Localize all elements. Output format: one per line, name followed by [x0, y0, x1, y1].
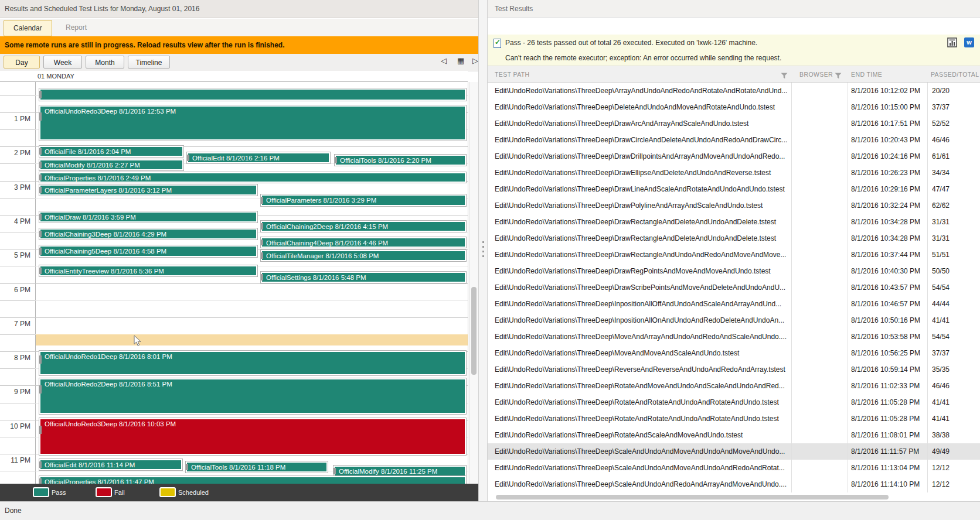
previous-arrow-icon[interactable]: ◁ [441, 56, 447, 65]
time-label: 11 PM [0, 456, 30, 464]
calendar-vertical-scrollbar[interactable] [469, 82, 478, 484]
calendar-event[interactable]: OfficialUndoRedo1Deep 8/1/2016 8:01 PM [39, 350, 467, 376]
test-row[interactable]: Edit\UndoRedo\Variations\ThreeDeep\Array… [488, 83, 980, 99]
cell-passed-total: 54/54 [932, 329, 975, 345]
test-row[interactable]: Edit\UndoRedo\Variations\ThreeDeep\DrawE… [488, 165, 980, 181]
calendar-event[interactable]: OfficialTools 8/1/2016 2:20 PM [334, 154, 467, 166]
view-button-month[interactable]: Month [86, 56, 124, 69]
filter-funnel-icon[interactable] [781, 71, 788, 81]
next-arrow-icon[interactable]: ▷ [472, 56, 478, 65]
gutter-tick [0, 198, 35, 199]
calendar-event[interactable]: OfficialTools 8/1/2016 11:18 PM [185, 461, 328, 473]
view-button-week[interactable]: Week [43, 56, 82, 69]
calendar-event[interactable]: OfficialChaining2Deep 8/1/2016 4:15 PM [260, 220, 467, 232]
view-button-timeline[interactable]: Timeline [128, 56, 170, 69]
cell-end-time: 8/1/2016 10:24:16 PM [851, 148, 925, 165]
cell-path: Edit\UndoRedo\Variations\ThreeDeep\Rotat… [495, 410, 788, 427]
gutter-tick [0, 403, 35, 403]
calendar-event[interactable]: OfficialParameterLayers 8/1/2016 3:12 PM [39, 184, 258, 196]
calendar-event[interactable]: OfficialSettings 8/1/2016 5:48 PM [260, 271, 467, 283]
legend-label: Scheduled [178, 484, 209, 501]
cell-end-time: 8/1/2016 10:34:28 PM [851, 214, 925, 230]
test-row[interactable]: Edit\UndoRedo\Variations\ThreeDeep\Rotat… [488, 410, 980, 427]
test-row[interactable]: Edit\UndoRedo\Variations\ThreeDeep\Rotat… [488, 394, 980, 410]
cell-passed-total: 37/37 [932, 345, 975, 361]
calendar-event[interactable]: OfficialChaining3Deep 8/1/2016 4:29 PM [39, 228, 258, 240]
test-row[interactable]: Edit\UndoRedo\Variations\ThreeDeep\Scale… [488, 460, 980, 476]
cell-passed-total: 52/52 [932, 115, 975, 132]
calendar-panel: Results and Scheduled Test Lists for Mon… [0, 0, 478, 501]
calendar-event[interactable]: OfficialProperties 8/1/2016 11:47 PM [39, 475, 467, 484]
cell-passed-total: 62/62 [932, 197, 975, 214]
cell-end-time: 8/1/2016 10:59:14 PM [851, 361, 925, 378]
view-button-day[interactable]: Day [4, 56, 40, 69]
calendar-event[interactable]: OfficialEdit 8/1/2016 2:16 PM [186, 152, 331, 164]
test-row[interactable]: Edit\UndoRedo\Variations\ThreeDeep\MoveA… [488, 345, 980, 361]
calendar-event[interactable]: OfficialProperties 8/1/2016 2:49 PM [39, 172, 467, 183]
panel-splitter[interactable] [478, 0, 488, 501]
calendar-event[interactable]: OfficialEntityTreeview 8/1/2016 5:36 PM [39, 265, 258, 277]
test-row[interactable]: Edit\UndoRedo\Variations\ThreeDeep\DrawC… [488, 132, 980, 148]
test-row[interactable]: Edit\UndoRedo\Variations\ThreeDeep\DrawR… [488, 214, 980, 230]
column-header-passed-total[interactable]: PASSED/TOTAL [931, 66, 979, 83]
hovered-time-slot[interactable] [36, 334, 468, 345]
calendar-event[interactable]: OfficialUndoRedo3Deep 8/1/2016 12:53 PM [39, 105, 467, 141]
test-row[interactable]: Edit\UndoRedo\Variations\ThreeDeep\Scale… [488, 443, 980, 460]
test-row[interactable]: Edit\UndoRedo\Variations\ThreeDeep\Inpos… [488, 312, 980, 329]
test-row[interactable]: Edit\UndoRedo\Variations\ThreeDeep\Rotat… [488, 378, 980, 394]
cell-end-time: 8/1/2016 10:34:28 PM [851, 230, 925, 247]
tab-calendar[interactable]: Calendar [4, 20, 52, 36]
column-header-test-path[interactable]: TEST PATH [495, 66, 530, 83]
test-row[interactable]: Edit\UndoRedo\Variations\ThreeDeep\DrawP… [488, 197, 980, 214]
test-row[interactable]: Edit\UndoRedo\Variations\ThreeDeep\DrawR… [488, 247, 980, 263]
test-row[interactable]: Edit\UndoRedo\Variations\ThreeDeep\DrawS… [488, 279, 980, 296]
executor-warning-text: Can't reach the remote executor; excepti… [505, 54, 781, 62]
cell-path: Edit\UndoRedo\Variations\ThreeDeep\DrawE… [495, 165, 788, 181]
cell-passed-total: 20/20 [932, 83, 975, 99]
calendar-event[interactable]: OfficialModify 8/1/2016 2:27 PM [39, 159, 184, 171]
column-header-browser[interactable]: BROWSER [799, 66, 833, 83]
test-row[interactable]: Edit\UndoRedo\Variations\ThreeDeep\DrawL… [488, 181, 980, 197]
calendar-event[interactable]: OfficialEdit 8/1/2016 11:14 PM [39, 459, 183, 471]
column-header-end-time[interactable]: END TIME [851, 66, 882, 83]
tab-report[interactable]: Report [56, 20, 96, 35]
calendar-event[interactable]: OfficialChaining5Deep 8/1/2016 4:58 PM [39, 245, 258, 258]
calendar-event[interactable]: OfficialFile 8/1/2016 2:04 PM [39, 145, 184, 158]
word-export-icon[interactable]: w [964, 37, 974, 47]
scrollbar-thumb[interactable] [471, 287, 477, 375]
time-label: 1 PM [0, 115, 30, 123]
report-chart-icon[interactable] [947, 37, 957, 50]
app-window: Results and Scheduled Test Lists for Mon… [0, 0, 980, 520]
test-row[interactable]: Edit\UndoRedo\Variations\ThreeDeep\DrawA… [488, 115, 980, 132]
calendar-grid-icon[interactable]: ▦ [457, 56, 464, 65]
calendar-event[interactable] [39, 88, 467, 101]
time-label: 8 PM [0, 354, 30, 362]
calendar-event[interactable]: OfficialParameters 8/1/2016 3:29 PM [260, 194, 467, 207]
filter-funnel-icon[interactable] [835, 71, 842, 81]
test-row[interactable]: Edit\UndoRedo\Variations\ThreeDeep\Scale… [488, 476, 980, 492]
cell-passed-total: 41/41 [932, 394, 975, 410]
results-tab-label: OfficialUndoRedo3Deep Tests [493, 20, 512, 35]
test-row[interactable]: Edit\UndoRedo\Variations\ThreeDeep\MoveA… [488, 329, 980, 345]
results-panel-title: Test Results [488, 0, 980, 18]
calendar-event[interactable]: OfficialUndoRedo3Deep 8/1/2016 10:03 PM [39, 418, 467, 456]
test-row[interactable]: Edit\UndoRedo\Variations\ThreeDeep\Delet… [488, 99, 980, 115]
test-row[interactable]: Edit\UndoRedo\Variations\ThreeDeep\DrawR… [488, 263, 980, 279]
results-horizontal-scrollbar[interactable] [496, 495, 889, 500]
test-row[interactable]: Edit\UndoRedo\Variations\ThreeDeep\Inpos… [488, 296, 980, 312]
test-row[interactable]: Edit\UndoRedo\Variations\ThreeDeep\Rever… [488, 361, 980, 378]
legend-swatch-scheduled [159, 487, 176, 497]
legend-label: Pass [52, 484, 66, 501]
results-table-header: TEST PATHBROWSEREND TIMEPASSED/TOTAL [488, 66, 980, 83]
test-row[interactable]: Edit\UndoRedo\Variations\ThreeDeep\Rotat… [488, 427, 980, 443]
gutter-tick [0, 334, 35, 335]
calendar-event[interactable]: OfficialDraw 8/1/2016 3:59 PM [39, 211, 258, 223]
calendar-report-tabs: CalendarReport [0, 19, 478, 36]
calendar-event[interactable]: OfficialUndoRedo2Deep 8/1/2016 8:51 PM [39, 378, 467, 415]
calendar-event[interactable]: OfficialChaining4Deep 8/1/2016 4:46 PM [260, 237, 467, 248]
test-row[interactable]: Edit\UndoRedo\Variations\ThreeDeep\DrawD… [488, 148, 980, 165]
calendar-event[interactable]: OfficialTileManager 8/1/2016 5:08 PM [260, 249, 467, 262]
hour-gridline [0, 283, 468, 284]
test-row[interactable]: Edit\UndoRedo\Variations\ThreeDeep\DrawR… [488, 230, 980, 247]
calendar-day-grid[interactable]: 1 PM2 PM3 PM4 PM5 PM6 PM7 PM8 PM9 PM10 P… [0, 82, 478, 484]
